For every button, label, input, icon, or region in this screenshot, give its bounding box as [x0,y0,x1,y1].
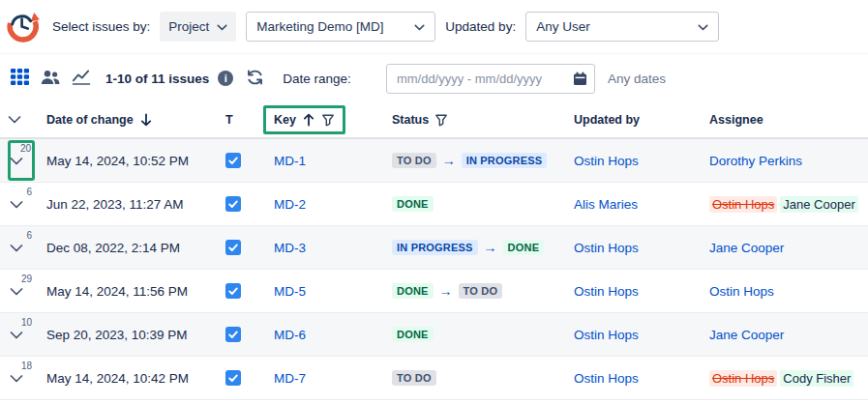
issue-key-link[interactable]: MD-2 [274,197,306,212]
status-lozenge-todo: TO DO [392,370,436,386]
updated-by-user-link[interactable]: Ostin Hops [574,328,639,342]
status-cell: IN PROGRESS→DONE [384,240,566,255]
updated-by-user-link[interactable]: Ostin Hops [574,371,639,386]
status-transition-arrow-icon: → [439,284,453,298]
change-date: May 14, 2024, 10:42 PM [46,371,189,386]
assignee-cell: Ostin HopsJane Cooper [702,196,868,213]
chevron-down-icon [414,19,425,34]
date-cell: May 14, 2024, 10:52 PM [39,154,218,168]
date-column-label: Date of change [46,113,134,127]
first-row-expand-badge[interactable]: 20 [8,140,35,181]
changes-count-badge: 29 [21,274,32,284]
assignee-removed-user: Ostin Hops [709,196,777,213]
assignee-user-link[interactable]: Ostin Hops [709,284,774,299]
key-header-annotation-highlight: Key [263,105,345,134]
project-select[interactable]: Marketing Demo [MD] [246,12,435,42]
updated-by-user-link[interactable]: Alis Maries [574,197,638,212]
issue-key-link[interactable]: MD-1 [274,154,306,168]
status-filter-funnel-icon[interactable] [434,114,448,127]
table-body: 20May 14, 2024, 10:52 PMMD-1TO DO→IN PRO… [0,139,868,400]
assignee-user-link[interactable]: Jane Cooper [709,328,784,342]
date-cell: Dec 08, 2022, 2:14 PM [39,241,218,255]
calendar-icon[interactable] [573,72,587,86]
date-column-header[interactable]: Date of change [39,113,218,127]
assignee-user-link[interactable]: Jane Cooper [709,241,784,255]
change-date: Dec 08, 2022, 2:14 PM [46,241,180,255]
status-cell: TO DO→IN PROGRESS [384,153,566,168]
date-range-label: Date range: [283,72,351,86]
table-header-row: Date of change T Key Status Updated by [0,102,868,139]
key-cell: MD-7 [266,371,384,386]
assignee-column-label: Assignee [709,113,763,127]
updated-by-user-link[interactable]: Ostin Hops [574,241,639,255]
assignee-added-user: Cody Fisher [780,370,853,387]
sort-ascending-arrow-icon[interactable] [303,113,314,127]
status-column-header[interactable]: Status [384,113,566,127]
key-cell: MD-3 [266,241,384,255]
status-lozenge-done: DONE [392,196,434,212]
type-cell [218,240,266,255]
updated-by-user-link[interactable]: Ostin Hops [574,284,639,299]
expand-cell: 18 [0,358,39,398]
status-transition-arrow-icon: → [442,154,456,167]
key-cell: MD-6 [266,328,384,342]
type-cell [218,283,266,299]
date-cell: May 14, 2024, 11:56 PM [39,284,218,299]
expand-row-toggle[interactable]: 10 [8,314,35,355]
change-date: Jun 22, 2023, 11:27 AM [46,197,184,212]
sort-descending-arrow-icon[interactable] [140,113,152,127]
status-transition-arrow-icon: → [484,241,497,254]
updated-by-column-header: Updated by [566,113,702,127]
assignee-cell: Ostin HopsCody Fisher [702,370,868,387]
issue-key-link[interactable]: MD-5 [274,284,306,299]
expand-row-toggle[interactable]: 6 [8,184,35,224]
updated-by-user-link[interactable]: Ostin Hops [574,154,639,168]
table-row: 6Dec 08, 2022, 2:14 PMMD-3IN PROGRESS→DO… [0,226,868,270]
project-select-value: Marketing Demo [MD] [256,19,383,34]
status-cell: DONE [384,196,566,212]
change-date: Sep 20, 2023, 10:39 PM [46,328,188,342]
expand-all-chevron-icon[interactable] [8,116,21,124]
people-view-button[interactable] [39,68,62,90]
issue-key-link[interactable]: MD-6 [274,328,306,342]
table-row: 10Sep 20, 2023, 10:39 PMMD-6DONEOstin Ho… [0,313,868,357]
view-toolbar: 1-10 of 11 issues Date range: Any dates [0,54,868,102]
top-toolbar: Select issues by: Project Marketing Demo… [0,0,868,54]
expand-row-toggle[interactable]: 18 [8,358,35,398]
issues-scope-select[interactable]: Project [160,12,236,42]
chevron-down-icon [10,245,23,252]
updated-by-select[interactable]: Any User [525,12,719,42]
issue-key-link[interactable]: MD-3 [274,241,306,255]
date-cell: Jun 22, 2023, 11:27 AM [39,197,218,212]
expand-row-toggle[interactable]: 6 [8,227,35,268]
chevron-down-icon [10,332,23,339]
updated-by-cell: Ostin Hops [566,328,702,342]
status-lozenge-inprogress: IN PROGRESS [392,240,478,255]
assignee-user-link[interactable]: Dorothy Perkins [709,154,802,168]
chevron-down-icon [698,19,708,34]
table-row: 6Jun 22, 2023, 11:27 AMMD-2DONEAlis Mari… [0,183,868,226]
issues-scope-value: Project [168,19,209,34]
changes-count-badge: 20 [20,143,31,154]
key-column-header[interactable]: Key [266,105,384,134]
date-range-input[interactable] [386,64,595,94]
chevron-down-icon [217,19,227,34]
key-column-label: Key [274,113,296,127]
type-cell [218,370,266,386]
task-type-icon [225,196,241,212]
updated-by-cell: Ostin Hops [566,284,702,299]
table-row: 18May 14, 2024, 10:42 PMMD-7TO DOOstin H… [0,357,868,400]
change-date: May 14, 2024, 10:52 PM [46,154,189,168]
type-cell [218,153,266,168]
chevron-down-icon [10,288,23,296]
info-icon[interactable] [218,71,233,86]
updated-by-column-label: Updated by [574,113,640,127]
refresh-button[interactable] [244,67,266,91]
expand-row-toggle[interactable]: 29 [8,271,35,311]
issue-key-link[interactable]: MD-7 [274,371,306,386]
date-range-hint: Any dates [608,72,666,86]
key-filter-funnel-icon[interactable] [321,114,335,127]
table-view-button[interactable] [9,67,31,90]
assignee-removed-user: Ostin Hops [709,370,777,387]
chart-view-button[interactable] [70,68,93,90]
